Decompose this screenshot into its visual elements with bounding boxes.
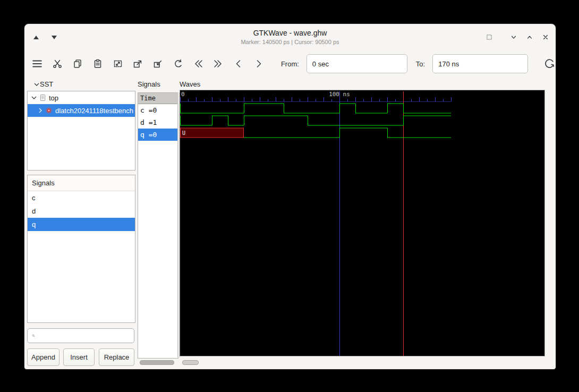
close-icon bbox=[542, 33, 549, 41]
zoom-out-icon bbox=[152, 58, 163, 69]
chevron-down-icon bbox=[510, 33, 517, 41]
wave-panel: 0100 nsU bbox=[180, 90, 545, 356]
signal-list-item-c[interactable]: c bbox=[28, 191, 135, 204]
signal-row-d[interactable]: d =1 bbox=[138, 116, 178, 129]
paste-traces-button[interactable] bbox=[91, 56, 104, 72]
signal-row-q[interactable]: q =0 bbox=[138, 129, 178, 141]
next-edge-button[interactable] bbox=[252, 56, 265, 72]
signals-frame-label: Signals bbox=[138, 80, 160, 88]
from-input[interactable] bbox=[306, 54, 407, 73]
waves-hscrollbar[interactable] bbox=[182, 360, 199, 365]
undo-icon bbox=[173, 58, 183, 69]
menu-icon bbox=[31, 58, 43, 70]
chevron-up-icon bbox=[526, 33, 533, 41]
desktop-background: { "window": { "title": "GTKWave - wave.g… bbox=[0, 0, 579, 392]
svg-text:U: U bbox=[182, 130, 185, 136]
zoom-in-button[interactable] bbox=[132, 56, 144, 72]
search-icon bbox=[32, 332, 35, 339]
zoom-in-icon bbox=[132, 58, 143, 69]
signal-name-pane: Time c =0 d =1 q =0 bbox=[138, 92, 178, 359]
to-label: To: bbox=[416, 60, 425, 68]
zoom-undo-button[interactable] bbox=[172, 56, 184, 72]
to-input[interactable] bbox=[432, 54, 528, 73]
prev-edge-button[interactable] bbox=[232, 56, 245, 72]
copy-traces-button[interactable] bbox=[71, 56, 84, 72]
paste-icon bbox=[92, 58, 103, 69]
sst-tree-panel: top dlatch20241118testbench bbox=[27, 91, 135, 171]
double-chevron-left-icon bbox=[193, 58, 203, 69]
scissors-icon bbox=[52, 58, 63, 69]
zoom-fit-button[interactable] bbox=[112, 56, 124, 72]
zoom-fit-icon bbox=[113, 58, 123, 69]
signal-list-item-d[interactable]: d bbox=[28, 204, 135, 218]
cut-traces-button[interactable] bbox=[51, 56, 64, 72]
time-header: Time bbox=[138, 93, 178, 104]
svg-text:0: 0 bbox=[181, 91, 185, 98]
menu-button[interactable] bbox=[31, 56, 44, 72]
search-input[interactable] bbox=[38, 330, 134, 342]
double-chevron-right-icon bbox=[213, 58, 224, 69]
expander-right-icon[interactable] bbox=[38, 108, 42, 113]
signal-list-item-q[interactable]: q bbox=[28, 218, 135, 231]
tree-item-dlatch-testbench[interactable]: dlatch20241118testbench bbox=[28, 104, 135, 117]
signals-hscrollbar[interactable] bbox=[140, 360, 174, 365]
append-button[interactable]: Append bbox=[27, 348, 59, 366]
signal-row-c[interactable]: c =0 bbox=[138, 104, 178, 116]
from-label: From: bbox=[281, 60, 299, 68]
sst-frame-label: SST bbox=[34, 80, 53, 88]
main-toolbar: From: To: bbox=[24, 52, 556, 76]
signal-list-header: Signals bbox=[28, 175, 135, 191]
chevron-right-icon bbox=[253, 58, 264, 69]
tree-item-top[interactable]: top bbox=[28, 91, 135, 104]
netlist-icon bbox=[39, 94, 46, 101]
sst-expander-icon[interactable] bbox=[34, 82, 39, 87]
reload-icon bbox=[543, 58, 555, 70]
maximize-button[interactable] bbox=[523, 31, 536, 44]
minimize-button[interactable] bbox=[507, 31, 520, 44]
reload-button[interactable] bbox=[543, 56, 556, 72]
tile-icon bbox=[486, 33, 492, 41]
zoom-to-end-button[interactable] bbox=[212, 56, 225, 72]
zoom-to-start-button[interactable] bbox=[192, 56, 205, 72]
expander-down-icon[interactable] bbox=[31, 96, 37, 100]
titlebar[interactable]: GTKWave - wave.ghw Marker: 140500 ps | C… bbox=[24, 24, 556, 50]
module-gear-icon bbox=[45, 107, 53, 114]
waveform-canvas[interactable]: 0100 nsU bbox=[180, 90, 544, 356]
signal-search-box[interactable] bbox=[27, 328, 134, 343]
marker-cursor-status: Marker: 140500 ps | Cursor: 90500 ps bbox=[24, 39, 556, 45]
insert-button[interactable]: Insert bbox=[63, 348, 95, 366]
close-button[interactable] bbox=[539, 31, 552, 44]
chevron-left-icon bbox=[233, 58, 244, 69]
zoom-out-button[interactable] bbox=[151, 56, 164, 72]
signal-list-panel: Signals c d q bbox=[27, 175, 135, 323]
replace-button[interactable]: Replace bbox=[99, 348, 134, 366]
tile-button[interactable] bbox=[483, 31, 496, 44]
copy-icon bbox=[72, 58, 83, 69]
window-title: GTKWave - wave.ghw bbox=[24, 29, 556, 37]
waves-frame-label: Waves bbox=[180, 80, 200, 88]
gtkwave-window: GTKWave - wave.ghw Marker: 140500 ps | C… bbox=[24, 23, 556, 370]
